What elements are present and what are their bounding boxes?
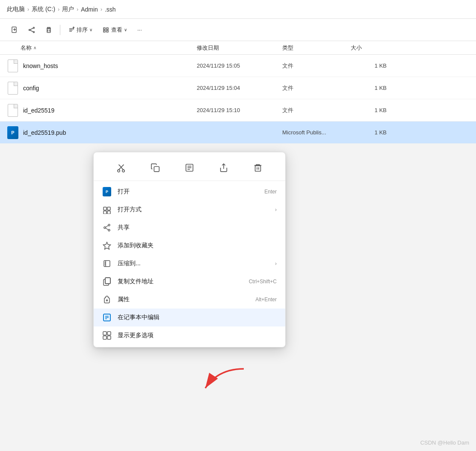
ctx-favorites-item[interactable]: 添加到收藏夹 <box>94 237 285 255</box>
col-date-header[interactable]: 修改日期 <box>197 44 282 52</box>
svg-point-19 <box>118 170 120 172</box>
breadcrumb-item-ssh[interactable]: .ssh <box>105 6 116 13</box>
more-button[interactable]: ··· <box>133 22 146 38</box>
breadcrumb-item-c[interactable]: 系统 (C:) <box>32 6 55 13</box>
svg-marker-40 <box>103 242 111 249</box>
properties-icon <box>102 295 112 304</box>
generic-file-icon <box>8 104 18 117</box>
ctx-more-options-item[interactable]: 显示更多选项 <box>94 326 285 344</box>
ctx-copy-path-label: 复制文件地址 <box>118 278 243 285</box>
share-button[interactable] <box>24 22 39 38</box>
copy-icon <box>151 163 160 172</box>
table-row[interactable]: id_ed25519 2024/11/29 15:10 文件 1 KB <box>0 99 476 122</box>
ctx-favorites-label: 添加到收藏夹 <box>118 242 277 249</box>
ctx-delete-button[interactable] <box>248 158 267 177</box>
svg-rect-34 <box>107 211 110 214</box>
ctx-compress-item[interactable]: 压缩到... › <box>94 255 285 273</box>
file-icon <box>7 104 19 117</box>
share-icon <box>28 27 35 33</box>
more-options-icon <box>102 331 112 340</box>
ctx-open-item[interactable]: P 打开 Enter <box>94 183 285 201</box>
svg-line-6 <box>30 28 33 29</box>
svg-rect-16 <box>106 28 108 30</box>
breadcrumb-item-pc[interactable]: 此电脑 <box>7 6 25 13</box>
ctx-copy-button[interactable] <box>146 158 165 177</box>
ctx-copy-path-item[interactable]: 复制文件地址 Ctrl+Shift+C <box>94 273 285 291</box>
breadcrumb-item-users[interactable]: 用户 <box>62 6 74 13</box>
svg-point-35 <box>108 224 110 226</box>
file-size: 1 KB <box>351 129 393 136</box>
table-row[interactable]: known_hosts 2024/11/29 15:05 文件 1 KB <box>0 55 476 77</box>
file-name-cell: id_ed25519 <box>0 104 197 117</box>
svg-rect-55 <box>103 332 106 335</box>
svg-point-37 <box>104 227 106 228</box>
toolbar: 排序 ∨ 查看 ∨ ··· <box>0 19 476 41</box>
share-menu-icon <box>102 223 112 232</box>
context-menu-toolbar <box>94 155 285 181</box>
svg-rect-8 <box>47 29 50 33</box>
file-type: Microsoft Publis... <box>282 129 351 136</box>
svg-point-36 <box>108 229 110 231</box>
sort-dropdown-icon: ∨ <box>89 27 92 32</box>
svg-point-49 <box>106 300 108 301</box>
delete-button[interactable] <box>41 22 56 38</box>
ctx-properties-item[interactable]: 属性 Alt+Enter <box>94 291 285 309</box>
new-item-button[interactable] <box>7 22 22 38</box>
view-dropdown-icon: ∨ <box>124 27 127 32</box>
compress-icon <box>102 259 112 268</box>
delete-tool-icon <box>253 163 263 172</box>
publisher-file-icon: P <box>7 126 18 139</box>
sort-label: 排序 <box>77 26 88 34</box>
notepad-icon <box>102 313 112 322</box>
ctx-open-with-item[interactable]: 打开方式 › <box>94 201 285 219</box>
col-type-header[interactable]: 类型 <box>282 44 351 52</box>
more-label: ··· <box>137 27 142 33</box>
svg-rect-56 <box>107 332 111 335</box>
open-icon: P <box>102 187 112 196</box>
file-date: 2024/11/29 15:10 <box>197 107 282 113</box>
file-type: 文件 <box>282 62 351 70</box>
ctx-more-options-label: 显示更多选项 <box>118 332 277 339</box>
svg-line-7 <box>30 30 33 31</box>
ctx-open-label: 打开 <box>118 188 258 196</box>
ctx-share-item[interactable]: 共享 <box>94 219 285 237</box>
file-icon <box>7 59 19 73</box>
svg-line-39 <box>106 228 108 230</box>
open-with-icon <box>102 205 112 214</box>
svg-rect-47 <box>105 278 110 284</box>
table-row[interactable]: config 2024/11/29 15:04 文件 1 KB <box>0 77 476 99</box>
breadcrumb-sep-3: › <box>77 6 78 12</box>
ctx-share-button[interactable] <box>214 158 233 177</box>
view-icon <box>103 27 109 33</box>
file-date: 2024/11/29 15:05 <box>197 62 282 69</box>
col-name-header[interactable]: 名称 ∧ <box>0 44 197 52</box>
view-label: 查看 <box>111 26 122 34</box>
file-name: id_ed25519.pub <box>23 129 66 136</box>
svg-line-21 <box>119 165 121 167</box>
ctx-notepad-item[interactable]: 在记事本中编辑 <box>94 309 285 326</box>
ctx-open-with-label: 打开方式 <box>118 206 266 214</box>
ctx-share-label: 共享 <box>118 224 277 231</box>
generic-file-icon <box>8 82 18 95</box>
svg-rect-58 <box>107 336 111 339</box>
sort-button[interactable]: 排序 ∨ <box>64 22 97 38</box>
ctx-cut-button[interactable] <box>112 158 130 177</box>
sort-icon <box>68 27 75 33</box>
file-list: known_hosts 2024/11/29 15:05 文件 1 KB con… <box>0 55 476 144</box>
ctx-properties-shortcut: Alt+Enter <box>255 297 277 303</box>
ctx-rename-button[interactable] <box>180 158 199 177</box>
svg-point-4 <box>33 31 35 33</box>
view-button[interactable]: 查看 ∨ <box>98 22 131 38</box>
ctx-copy-path-shortcut: Ctrl+Shift+C <box>249 279 277 285</box>
svg-point-5 <box>29 29 30 30</box>
star-icon <box>102 241 112 250</box>
ctx-compress-arrow: › <box>275 261 277 267</box>
file-type: 文件 <box>282 107 351 114</box>
svg-rect-33 <box>103 211 106 214</box>
breadcrumb-item-admin[interactable]: Admin <box>81 6 98 13</box>
svg-rect-15 <box>103 28 105 30</box>
file-icon: P <box>7 126 19 139</box>
table-row[interactable]: P id_ed25519.pub Microsoft Publis... 1 K… <box>0 122 476 144</box>
svg-rect-22 <box>154 166 159 172</box>
col-size-header[interactable]: 大小 <box>351 44 393 52</box>
